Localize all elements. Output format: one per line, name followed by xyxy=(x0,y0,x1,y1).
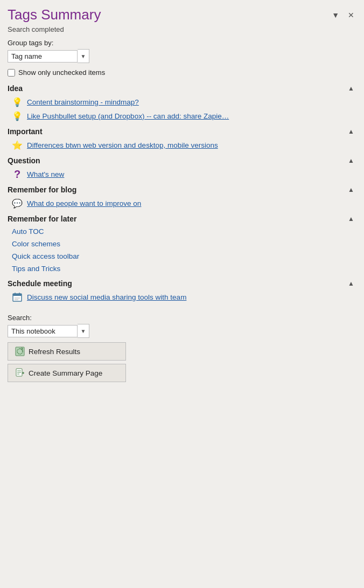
group-by-dropdown-row: Tag name Section Title ▼ xyxy=(8,49,356,63)
show-unchecked-label: Show only unchecked items xyxy=(18,68,105,77)
close-panel-btn[interactable]: ✕ xyxy=(346,10,356,20)
group-by-arrow[interactable]: ▼ xyxy=(78,49,89,63)
dropdown-panel-btn[interactable]: ▼ xyxy=(330,10,341,20)
svg-rect-1 xyxy=(13,294,22,296)
search-status: Search completed xyxy=(8,25,356,33)
collapse-remember-later-btn[interactable]: ▲ xyxy=(346,215,356,223)
section-schedule-meeting-items: Discuss new social media sharing tools w… xyxy=(8,290,356,304)
create-summary-icon xyxy=(15,368,25,378)
section-schedule-meeting-header: Schedule meeting ▲ xyxy=(8,279,356,288)
section-important: Important ▲ ⭐ Differences btwn web versi… xyxy=(8,127,356,152)
collapse-important-btn[interactable]: ▲ xyxy=(346,128,356,135)
section-remember-blog-header: Remember for blog ▲ xyxy=(8,185,356,194)
section-remember-later-header: Remember for later ▲ xyxy=(8,215,356,223)
collapse-idea-btn[interactable]: ▲ xyxy=(346,85,356,92)
later-link-1[interactable]: Auto TOC xyxy=(8,225,356,238)
section-remember-blog: Remember for blog ▲ 💬 What do people wan… xyxy=(8,185,356,210)
panel-header: Tags Summary ▼ ✕ xyxy=(8,6,356,23)
calendar-icon xyxy=(12,292,23,302)
section-important-header: Important ▲ xyxy=(8,127,356,136)
group-by-label: Group tags by: xyxy=(8,39,356,47)
section-idea-items: 💡 Content brainstorming - mindmap? 💡 Lik… xyxy=(8,95,356,123)
section-remember-later-title: Remember for later xyxy=(8,215,76,223)
section-important-items: ⭐ Differences btwn web version and deskt… xyxy=(8,138,356,152)
important-item-1: ⭐ Differences btwn web version and deskt… xyxy=(12,138,356,152)
bulb-icon-1: 💡 xyxy=(12,96,23,107)
later-link-2[interactable]: Color schemes xyxy=(8,238,356,250)
section-question: Question ▲ ? What's new xyxy=(8,156,356,181)
later-link-4[interactable]: Tips and Tricks xyxy=(8,262,356,275)
section-idea-title: Idea xyxy=(8,84,23,93)
section-remember-later-items: Auto TOC Color schemes Quick access tool… xyxy=(8,225,356,275)
section-idea-header: Idea ▲ xyxy=(8,84,356,93)
section-question-title: Question xyxy=(8,156,40,165)
section-schedule-meeting-title: Schedule meeting xyxy=(8,279,72,288)
star-icon: ⭐ xyxy=(12,140,23,150)
idea-item-2: 💡 Like Pushbullet setup (and Dropbox) --… xyxy=(12,109,356,123)
question-icon: ? xyxy=(12,169,23,179)
blog-item-1: 💬 What do people want to improve on xyxy=(12,196,356,210)
chat-icon: 💬 xyxy=(12,198,23,209)
question-item-1: ? What's new xyxy=(12,167,356,181)
schedule-link-1[interactable]: Discuss new social media sharing tools w… xyxy=(27,293,186,301)
collapse-schedule-meeting-btn[interactable]: ▲ xyxy=(346,280,356,287)
refresh-results-button[interactable]: Refresh Results xyxy=(8,342,126,361)
section-remember-blog-title: Remember for blog xyxy=(8,185,76,194)
bulb-icon-2: 💡 xyxy=(12,110,23,121)
section-schedule-meeting: Schedule meeting ▲ Discuss new social me… xyxy=(8,279,356,304)
section-remember-later: Remember for later ▲ Auto TOC Color sche… xyxy=(8,215,356,275)
refresh-results-label: Refresh Results xyxy=(29,348,80,356)
section-question-items: ? What's new xyxy=(8,167,356,181)
panel-title: Tags Summary xyxy=(8,6,101,23)
search-dropdown-row: This notebook All notebooks ▼ xyxy=(8,324,356,338)
create-summary-label: Create Summary Page xyxy=(29,369,102,377)
search-section: Search: This notebook All notebooks ▼ Re… xyxy=(8,314,356,382)
search-scope-arrow[interactable]: ▼ xyxy=(78,324,89,338)
section-remember-blog-items: 💬 What do people want to improve on xyxy=(8,196,356,210)
idea-link-2[interactable]: Like Pushbullet setup (and Dropbox) -- c… xyxy=(27,112,229,120)
search-label: Search: xyxy=(8,314,356,322)
idea-item-1: 💡 Content brainstorming - mindmap? xyxy=(12,95,356,109)
question-link-1[interactable]: What's new xyxy=(27,170,64,178)
section-question-header: Question ▲ xyxy=(8,156,356,165)
section-important-title: Important xyxy=(8,127,43,136)
unchecked-checkbox-row: Show only unchecked items xyxy=(8,68,356,77)
panel-controls: ▼ ✕ xyxy=(330,10,356,20)
collapse-question-btn[interactable]: ▲ xyxy=(346,157,356,164)
important-link-1[interactable]: Differences btwn web version and desktop… xyxy=(27,141,218,149)
search-scope-select[interactable]: This notebook All notebooks xyxy=(8,325,78,337)
blog-link-1[interactable]: What do people want to improve on xyxy=(27,199,141,207)
section-idea: Idea ▲ 💡 Content brainstorming - mindmap… xyxy=(8,84,356,123)
group-by-select[interactable]: Tag name Section Title xyxy=(8,50,78,63)
collapse-remember-blog-btn[interactable]: ▲ xyxy=(346,186,356,193)
idea-link-1[interactable]: Content brainstorming - mindmap? xyxy=(27,98,139,106)
schedule-item-1: Discuss new social media sharing tools w… xyxy=(12,290,356,304)
later-link-3[interactable]: Quick access toolbar xyxy=(8,250,356,262)
refresh-icon xyxy=(15,346,25,357)
show-unchecked-checkbox[interactable] xyxy=(8,69,15,77)
create-summary-page-button[interactable]: Create Summary Page xyxy=(8,364,126,382)
tags-summary-panel: Tags Summary ▼ ✕ Search completed Group … xyxy=(0,0,364,393)
